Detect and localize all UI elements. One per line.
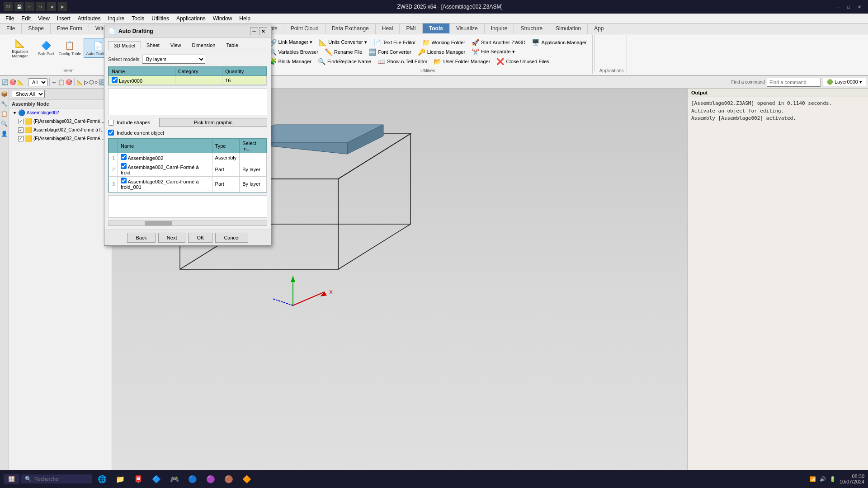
toolbar-icon3[interactable]: 📐 [17, 79, 24, 85]
minimize-button[interactable]: ─ [833, 2, 843, 12]
dialog-minimize-button[interactable]: ─ [250, 27, 258, 35]
tab-freeform[interactable]: Free Form [51, 23, 89, 34]
taskbar-time[interactable]: 08:30 10/07/2024 [840, 474, 864, 484]
undo-icon[interactable]: ↩ [25, 2, 34, 11]
next-button[interactable]: Next [158, 233, 186, 243]
taskbar-explorer[interactable]: 📁 [112, 471, 128, 487]
sub-part-button[interactable]: 🔷 Sub-Part [36, 38, 56, 57]
menu-inquire[interactable]: Inquire [104, 14, 128, 23]
taskbar-apps2[interactable]: 🟣 [203, 471, 219, 487]
cancel-button[interactable]: Cancel [215, 233, 248, 243]
select-models-dropdown[interactable]: By layers All Selected [142, 55, 205, 64]
ok-button[interactable]: OK [188, 233, 212, 243]
menu-attributes[interactable]: Attributes [74, 14, 104, 23]
tab-file[interactable]: File [0, 23, 22, 34]
toolbar-icon7[interactable]: 📐 [76, 79, 83, 85]
search-input[interactable] [34, 476, 89, 482]
tab-pmi[interactable]: PMI [400, 23, 422, 34]
tab-visualize[interactable]: Visualize [450, 23, 485, 34]
taskbar-sound-icon[interactable]: 🔊 [820, 476, 826, 482]
search-box[interactable]: 🔍 [21, 474, 92, 483]
toolbar-icon4[interactable]: ← [52, 79, 57, 85]
horizontal-scrollbar[interactable] [108, 221, 267, 226]
start-button[interactable]: 🪟 [4, 474, 19, 484]
toolbar-icon5[interactable]: 📋 [58, 79, 65, 85]
obj-checkbox-1[interactable] [121, 154, 127, 160]
tree-item-3[interactable]: ✓ 🟨 (F)Assemblage002_Carré-Formé à froid [9, 134, 112, 143]
menu-view[interactable]: View [34, 14, 53, 23]
lib-icon3[interactable]: 📋 [1, 110, 8, 117]
include-current-checkbox[interactable] [108, 130, 114, 136]
layer-checkbox[interactable] [112, 77, 118, 83]
menu-tools[interactable]: Tools [128, 14, 148, 23]
lib-icon2[interactable]: 🔧 [1, 100, 8, 108]
maximize-button[interactable]: □ [844, 2, 854, 12]
obj-checkbox-4[interactable] [121, 192, 127, 192]
user-folder-button[interactable]: 📂 User Folder Manager [431, 57, 493, 66]
find-replace-button[interactable]: 🔍 Find/Replace Name [315, 57, 374, 66]
layer-selector[interactable]: 🟢 Layer0000 ▾ [823, 78, 866, 86]
units-converter-button[interactable]: 📐 Units Converter ▾ [316, 38, 369, 47]
obj-row-3[interactable]: 3 Assemblage002_Carré-Formé à froid_001 … [109, 177, 267, 191]
toolbar-icon6[interactable]: 🎯 [66, 79, 72, 85]
app-icon[interactable]: Z3 [4, 2, 13, 11]
taskbar-battery-icon[interactable]: 🔋 [830, 476, 836, 482]
taskbar-network-icon[interactable]: 📶 [810, 476, 816, 482]
tab-shape[interactable]: Shape [22, 23, 51, 34]
scrollbar-thumb[interactable] [145, 221, 172, 225]
lib-icon1[interactable]: 📦 [1, 90, 8, 98]
tab-simulation[interactable]: Simulation [549, 23, 588, 34]
dialog-close-button[interactable]: ✕ [259, 27, 267, 35]
menu-applications[interactable]: Applications [173, 14, 209, 23]
obj-checkbox-3[interactable] [121, 178, 127, 183]
layers-table-scroll[interactable]: Name Category Quantity Layer0000 16 [108, 66, 267, 85]
toolbar-icon8[interactable]: ▷ [84, 79, 88, 85]
toolbar-icon9[interactable]: ⬡ [89, 79, 94, 85]
menu-file[interactable]: File [2, 14, 18, 23]
obj-row-1[interactable]: 1 Assemblage002 Assembly [109, 153, 267, 162]
tab-tools[interactable]: Tools [423, 23, 450, 34]
save-icon[interactable]: 💾 [14, 2, 24, 11]
tab-sheet[interactable]: Sheet [141, 41, 165, 50]
tab-heal[interactable]: Heal [376, 23, 400, 34]
tab-point-cloud[interactable]: Point Cloud [284, 23, 326, 34]
license-manager-button[interactable]: 🔑 License Manager [415, 47, 468, 56]
working-folder-button[interactable]: 📁 Working Folder [420, 38, 468, 47]
show-tell-button[interactable]: 📖 Show-n-Tell Editor [375, 57, 430, 66]
menu-help[interactable]: Help [236, 14, 254, 23]
link-manager-button[interactable]: 🔗 Link Manager ▾ [266, 38, 316, 47]
menu-edit[interactable]: Edit [18, 14, 34, 23]
taskbar-apps3[interactable]: 🟤 [221, 471, 237, 487]
taskbar-vs[interactable]: 🔷 [148, 471, 165, 487]
tab-app[interactable]: App [588, 23, 610, 34]
tab-table[interactable]: Table [221, 41, 243, 50]
toolbar-icon2[interactable]: 🎯 [9, 79, 16, 85]
toolbar-icon10[interactable]: ○ [94, 79, 98, 85]
forward-icon[interactable]: ▶ [58, 2, 67, 11]
check1[interactable]: ✓ [18, 119, 24, 124]
tab-data-exchange[interactable]: Data Exchange [326, 23, 376, 34]
tab-dimension[interactable]: Dimension [186, 41, 221, 50]
obj-row-2[interactable]: 2 Assemblage002_Carré-Formé à froid Part… [109, 162, 267, 177]
lib-icon5[interactable]: 👤 [1, 130, 8, 137]
text-file-editor-button[interactable]: 📄 Text File Editor [371, 38, 419, 47]
tree-item-assemblage002[interactable]: ▼ 🔵 Assemblage002 [9, 108, 112, 117]
variables-browser-button[interactable]: 🔍 Variables Browser [266, 47, 321, 56]
show-all-select[interactable]: Show All [12, 90, 45, 98]
config-table-button[interactable]: 📋 Config Table [57, 38, 83, 57]
font-converter-button[interactable]: 🔤 Font Converter [366, 47, 414, 56]
pick-from-graphic-button[interactable]: Pick from graphic [159, 118, 267, 127]
equation-manager-button[interactable]: 📐 Equation Manager [5, 36, 35, 60]
check3[interactable]: ✓ [18, 136, 24, 141]
rename-file-button[interactable]: ✏️ Rename File [322, 47, 365, 56]
taskbar-blender[interactable]: 🎮 [166, 471, 183, 487]
close-unused-button[interactable]: ❌ Close Unused Files [494, 57, 552, 66]
lib-icon4[interactable]: 🔍 [1, 120, 8, 127]
auto-drafting-dialog[interactable]: 📄 Auto Drafting ─ ✕ 3D Model Sheet View … [104, 25, 271, 246]
redo-icon[interactable]: ↪ [36, 2, 45, 11]
include-shapes-checkbox[interactable] [108, 120, 114, 126]
obj-checkbox-2[interactable] [121, 163, 127, 169]
objects-table-scroll[interactable]: Name Type Select m... 1 Assemblage002 As… [108, 138, 267, 192]
tree-item-2[interactable]: ✓ 🟨 Assemblage002_Carré-Formé à froid [9, 126, 112, 134]
tab-view[interactable]: View [165, 41, 187, 50]
